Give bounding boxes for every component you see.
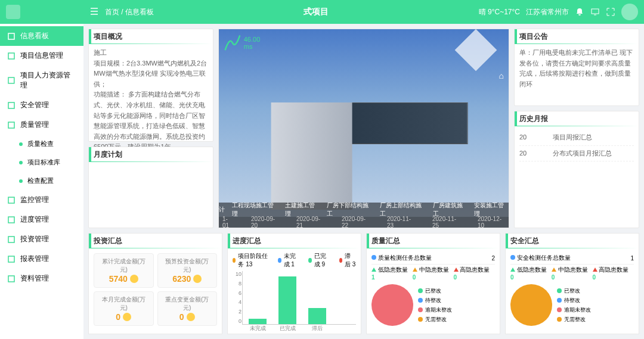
panel-invest: 投资汇总 累计完成金额(万元)5740 预算投资金额(万元)6230 本月完成金… [88, 233, 222, 334]
risk-item: 低隐患数量1 [371, 266, 408, 281]
viewer-timeline[interactable]: 1-012020-09-202020-09-212020-09-222020-1… [219, 217, 509, 228]
logo-area [6, 5, 83, 19]
legend-item: 待整改 [418, 296, 452, 305]
svg-rect-2 [8, 53, 14, 59]
panel-monthly-plan: 月度计划 [88, 147, 213, 228]
progress-title: 进度汇总 [228, 234, 361, 248]
svg-rect-3 [8, 77, 14, 83]
avatar[interactable] [621, 4, 638, 20]
viewer-toolbar: 计工程现场施工管理土建施工管理厂房下部结构施工厂房上部结构施工厂房建筑施工安装施… [219, 203, 509, 217]
overview-title: 项目概况 [89, 29, 213, 44]
sidebar-item-4[interactable]: 质量管理 [0, 115, 83, 135]
svg-rect-7 [8, 217, 14, 223]
quality-title: 质量汇总 [367, 234, 500, 248]
toolbar-item-0[interactable]: 计 [219, 206, 225, 214]
invest-card-0: 累计完成金额(万元)5740 [94, 253, 154, 288]
menu-toggle-icon[interactable] [89, 7, 99, 18]
coin-icon [193, 275, 202, 283]
svg-rect-8 [8, 237, 14, 242]
panel-notice: 项目公告 单：厂用电受电前未完工作清单已 现下发各位，请责任方确定时间要求高质量… [514, 29, 639, 106]
sidebar-item-8[interactable]: 监控管理 [0, 190, 83, 210]
panel-quality: 质量汇总 质量检测任务总数量 2 低隐患数量1 中隐患数量0 高隐患数量0 已整… [366, 233, 500, 334]
building-model [248, 91, 480, 210]
quality-total-row: 质量检测任务总数量 2 [371, 252, 495, 265]
bar-滞后: 滞后 [308, 308, 326, 324]
svg-rect-9 [8, 256, 14, 262]
crumb-home[interactable]: 首页 [105, 8, 119, 16]
monitor-icon[interactable] [590, 7, 600, 17]
panel-overview: 项目概况 施工 项目规模：2台3.3MW燃气内燃机及2台MW烟气热水型溴化锂 实… [88, 29, 213, 142]
sidebar-item-5[interactable]: 质量检查 [0, 135, 83, 153]
legend-item: 无需整改 [418, 315, 452, 324]
sidebar-item-2[interactable]: 项目人力资源管理 [0, 66, 83, 95]
timeline-tick-4: 2020-11-23 [387, 216, 414, 229]
panel-safety: 安全汇总 安全检测任务总数量 1 低隐患数量0 中隐患数量0 高隐患数量0 已整… [505, 233, 639, 334]
invest-card-2: 本月完成金额(万元)0 [94, 291, 154, 326]
safety-total-row: 安全检测任务总数量 1 [510, 252, 634, 265]
timeline-tick-2: 2020-09-21 [296, 216, 324, 229]
svg-rect-1 [8, 33, 14, 39]
notice-text: 单：厂用电受电前未完工作清单已 现下发各位，请责任方确定时间要求高质量完成，后续… [515, 44, 639, 93]
timeline-tick-5: 2020-11-25 [432, 216, 460, 229]
nav-cube[interactable] [455, 29, 497, 71]
overview-owner: 施工 [94, 48, 208, 58]
quality-pie-chart [371, 284, 413, 326]
risk-item: 高隐患数量0 [593, 266, 629, 281]
sidebar-item-6[interactable]: 项目标准库 [0, 153, 83, 172]
invest-title: 投资汇总 [89, 234, 222, 248]
sidebar-item-7[interactable]: 检查配置 [0, 172, 83, 190]
svg-rect-0 [592, 9, 599, 14]
panel-history: 历史月报 20 项目周报汇总20 分布式项目月报汇总 [514, 111, 639, 228]
latency-indicator: 46.00 ms [224, 34, 260, 52]
timeline-tick-1: 2020-09-20 [251, 216, 278, 229]
progress-stat-1: 未完成 1 [278, 252, 299, 269]
invest-card-3: 重点变更金额(万元)0 [157, 291, 218, 326]
safety-title: 安全汇总 [506, 234, 639, 248]
sidebar-item-10[interactable]: 投资管理 [0, 229, 83, 249]
svg-rect-10 [8, 276, 14, 282]
history-row[interactable]: 20 分布式项目月报汇总 [519, 146, 634, 162]
history-title: 历史月报 [515, 111, 639, 126]
coin-icon [130, 275, 138, 283]
3d-viewer[interactable]: 46.00 ms ⌂ 计工程现场施工管理土建施工管理厂房下部结构施工厂房上部结构… [218, 29, 509, 228]
timeline-tick-3: 2020-09-22 [342, 216, 369, 229]
progress-stat-3: 滞后 3 [339, 252, 356, 269]
sidebar-item-12[interactable]: 资料管理 [0, 269, 83, 288]
crumb-current: 信息看板 [125, 8, 154, 16]
sidebar-item-3[interactable]: 安全管理 [0, 95, 83, 115]
weather-text: 晴 9°C~17°C [479, 7, 520, 17]
sidebar-item-1[interactable]: 项目信息管理 [0, 46, 83, 66]
home-icon[interactable]: ⌂ [499, 71, 504, 80]
svg-rect-4 [8, 102, 14, 108]
project-title: 式项目 [154, 7, 479, 17]
sidebar-item-0[interactable]: 信息看板 [0, 26, 83, 46]
legend-item: 逾期未整改 [418, 305, 452, 315]
fullscreen-icon[interactable] [606, 7, 615, 17]
monthly-title: 月度计划 [89, 147, 213, 162]
legend-item: 已整改 [557, 286, 591, 296]
svg-rect-6 [8, 197, 14, 203]
history-row[interactable]: 20 项目周报汇总 [519, 130, 634, 146]
bar-未完成: 未完成 [249, 319, 267, 324]
timeline-tick-0: 1-01 [222, 216, 233, 229]
safety-pie-chart [510, 284, 552, 326]
location-text: 江苏省常州市 [526, 7, 569, 17]
progress-stat-0: 项目阶段任务 13 [233, 252, 268, 269]
bell-icon[interactable] [575, 7, 584, 17]
coin-icon [123, 313, 131, 321]
notice-title: 项目公告 [515, 29, 639, 44]
sidebar-item-9[interactable]: 进度管理 [0, 210, 83, 229]
overview-desc2: 功能描述： 多方面构建结合燃气分布式、光伏、冷水机组、储能、光伏充电站等多元化能… [94, 89, 208, 153]
app-header: 首页 / 信息看板 式项目 晴 9°C~17°C 江苏省常州市 [0, 0, 644, 24]
sidebar-item-11[interactable]: 报表管理 [0, 249, 83, 269]
risk-item: 低隐患数量0 [510, 266, 547, 281]
sidebar: 信息看板项目信息管理项目人力资源管理安全管理质量管理质量检查项目标准库检查配置监… [0, 24, 83, 339]
overview-desc1: 项目规模：2台3.3MW燃气内燃机及2台MW烟气热水型溴化锂 实现冷热电三联供； [94, 58, 208, 90]
risk-item: 中隐患数量0 [413, 266, 449, 281]
header-right: 晴 9°C~17°C 江苏省常州市 [479, 4, 638, 20]
risk-item: 中隐患数量0 [552, 266, 588, 281]
legend-item: 待整改 [557, 296, 591, 305]
coin-icon [187, 313, 195, 321]
invest-card-1: 预算投资金额(万元)6230 [157, 253, 218, 288]
legend-item: 无需整改 [557, 315, 591, 324]
